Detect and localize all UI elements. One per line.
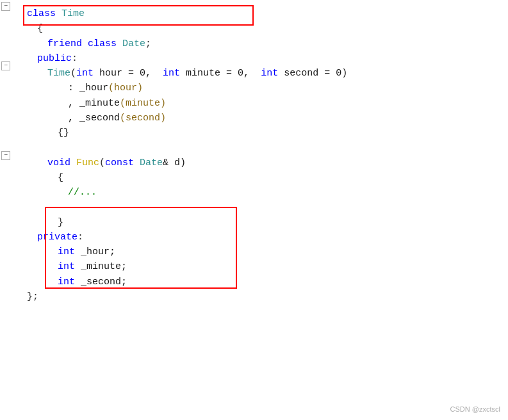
- keyword-class2: class: [88, 38, 122, 49]
- code-content: private:: [36, 230, 508, 245]
- code-content: {}: [56, 125, 508, 140]
- code-content: //...: [67, 185, 508, 200]
- code-content: Time(int hour = 0, int minute = 0, int s…: [46, 66, 508, 81]
- code-content: friend class Date;: [46, 36, 508, 51]
- code-content: public:: [36, 51, 508, 66]
- code-content: {: [36, 21, 508, 36]
- code-content: int _hour;: [56, 245, 508, 259]
- code-line: − class Time: [0, 6, 508, 21]
- code-line: {: [0, 21, 508, 36]
- code-content: int _second;: [56, 275, 508, 289]
- comment: //...: [68, 187, 97, 198]
- keyword-int: int: [76, 68, 94, 79]
- class-name: Time: [61, 8, 85, 19]
- code-line: int _second;: [0, 275, 508, 289]
- code-line: };: [0, 289, 508, 304]
- type-date2: Date: [140, 158, 163, 168]
- code-content: : _hour(hour): [67, 81, 508, 95]
- keyword-int2: int: [163, 68, 180, 79]
- code-line: public:: [0, 51, 508, 66]
- keyword-friend: friend: [47, 38, 88, 49]
- colon: :: [72, 53, 78, 64]
- code-content: }: [56, 215, 508, 230]
- watermark: CSDN @zxctscl: [450, 404, 500, 415]
- keyword-void: void: [47, 158, 76, 168]
- code-line: [0, 200, 508, 214]
- code-line: − void Func(const Date& d): [0, 156, 508, 170]
- code-line: }: [0, 215, 508, 230]
- code-line: {}: [0, 125, 508, 140]
- type-date: Date: [122, 38, 145, 49]
- keyword-int-minute: int: [58, 261, 75, 272]
- code-content: , _second(second): [67, 111, 508, 125]
- code-line: private:: [0, 230, 508, 245]
- code-line: friend class Date;: [0, 36, 508, 51]
- code-line: //...: [0, 185, 508, 200]
- code-line: , _minute(minute): [0, 96, 508, 111]
- code-container: − class Time { friend class Date; public…: [0, 0, 508, 420]
- code-line: int _hour;: [0, 245, 508, 259]
- keyword-public: public: [37, 53, 72, 64]
- code-content: [26, 200, 508, 214]
- code-content: };: [26, 289, 508, 304]
- collapse-icon[interactable]: −: [1, 2, 10, 11]
- keyword-const: const: [105, 158, 140, 168]
- code-line: int _minute;: [0, 259, 508, 274]
- brace-open: {: [37, 23, 43, 34]
- keyword-int3: int: [261, 68, 278, 79]
- code-content: [26, 140, 508, 155]
- class-close: };: [27, 291, 38, 302]
- semicolon: ;: [145, 38, 151, 49]
- keyword-class: class: [27, 8, 61, 19]
- code-content: void Func(const Date& d): [46, 156, 508, 170]
- keyword-int-hour: int: [58, 246, 75, 257]
- code-line: − Time(int hour = 0, int minute = 0, int…: [0, 66, 508, 81]
- keyword-int-second: int: [58, 277, 75, 287]
- code-line: {: [0, 170, 508, 185]
- keyword-private: private: [37, 232, 78, 243]
- code-line: [0, 140, 508, 155]
- code-content: class Time: [26, 6, 508, 21]
- func-name: Func: [76, 158, 99, 168]
- code-content: {: [56, 170, 508, 185]
- collapse-icon[interactable]: −: [1, 151, 10, 160]
- code-line: , _second(second): [0, 111, 508, 125]
- code-content: int _minute;: [56, 259, 508, 274]
- ctor-name: Time: [47, 68, 70, 79]
- collapse-icon[interactable]: −: [1, 61, 10, 70]
- code-content: , _minute(minute): [67, 96, 508, 111]
- code-line: : _hour(hour): [0, 81, 508, 95]
